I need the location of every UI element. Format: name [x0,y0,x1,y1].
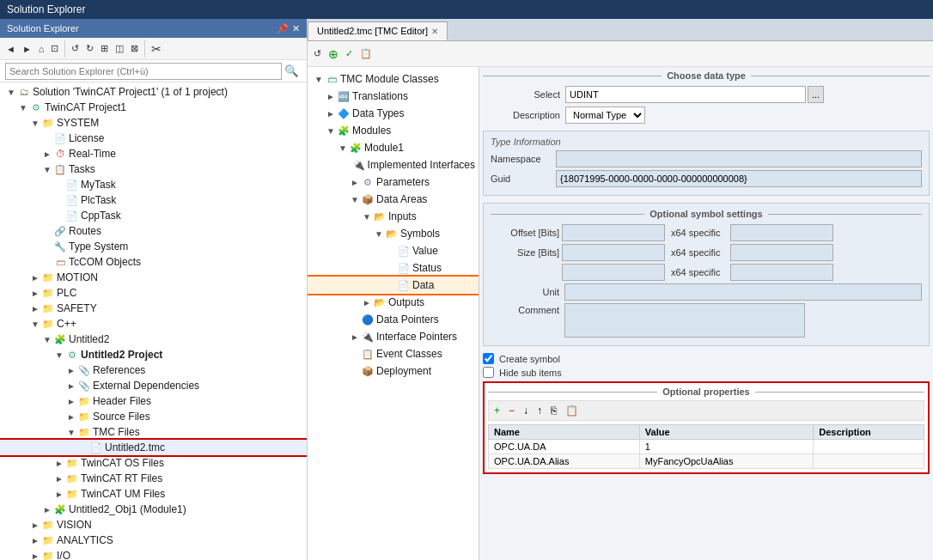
hide-sub-items-label[interactable]: Hide sub items [499,368,562,378]
tree-item-tc-um-files[interactable]: ► 📁 TwinCAT UM Files [0,486,307,502]
namespace-input[interactable] [556,150,922,167]
da-arrow[interactable]: ▼ [349,195,361,204]
move-down-btn[interactable]: ↓ [520,403,532,418]
tmc-item-translations[interactable]: ► 🔤 Translations [308,88,479,105]
untitled2-arrow[interactable]: ▼ [41,335,53,344]
tree-item-mytask[interactable]: 📄 MyTask [0,177,307,192]
tree-item-source-files[interactable]: ► 📁 Source Files [0,409,307,424]
tree-item-plctask[interactable]: 📄 PlcTask [0,192,307,208]
m1-arrow[interactable]: ▼ [337,143,349,153]
tree-item-header-files[interactable]: ► 📁 Header Files [0,393,307,409]
analytics-arrow[interactable]: ► [29,536,41,545]
move-up-btn[interactable]: ↑ [534,403,546,418]
tree-item-motion[interactable]: ► 📁 MOTION [0,270,307,285]
source-files-arrow[interactable]: ► [65,412,77,422]
untitled2-project-arrow[interactable]: ▼ [53,350,65,360]
tmc-item-data[interactable]: 📄 Data [308,277,479,294]
tree-item-system[interactable]: ▼ 📁 SYSTEM [0,115,307,131]
obj-arrow[interactable]: ► [41,505,53,514]
tmc-item-module1[interactable]: ▼ 🧩 Module1 [308,139,479,156]
refresh-btn[interactable]: ↺ [69,41,82,56]
tree-item-routes[interactable]: 🔗 Routes [0,223,307,239]
tmc-item-status[interactable]: 📄 Status [308,259,479,277]
tmc-item-modules[interactable]: ▼ 🧩 Modules [308,122,479,139]
tmc-item-data-types[interactable]: ► 🔷 Data Types [308,105,479,122]
add-prop-btn[interactable]: + [491,403,503,418]
tree-item-vision[interactable]: ► 📁 VISION [0,517,307,533]
show-all-btn[interactable]: ◫ [113,41,126,56]
tc-project-arrow[interactable]: ▼ [17,103,29,113]
tmc-item-outputs[interactable]: ► 📂 Outputs [308,294,479,311]
tree-item-io[interactable]: ► 📁 I/O [0,548,307,560]
tmc-item-data-pointers[interactable]: 🔵 Data Pointers [308,311,479,328]
outputs-arrow[interactable]: ► [361,298,373,307]
offset-bits-input[interactable] [562,224,665,241]
mc-arrow[interactable]: ▼ [313,75,325,84]
tree-item-cpp[interactable]: ▼ 📁 C++ [0,316,307,332]
tc-rt-arrow[interactable]: ► [53,474,65,484]
tc-os-arrow[interactable]: ► [53,459,65,468]
tree-item-realtime[interactable]: ► ⏱ Real-Time [0,146,307,161]
tab-close-btn[interactable]: ✕ [431,27,438,36]
new-folder-btn[interactable]: ⊞ [98,41,111,56]
tc-um-arrow[interactable]: ► [53,490,65,499]
solution-arrow[interactable]: ▼ [5,88,17,97]
tree-item-plc[interactable]: ► 📁 PLC [0,285,307,301]
dt-arrow[interactable]: ► [325,109,337,119]
realtime-arrow[interactable]: ► [41,149,53,159]
back-btn[interactable]: ◄ [3,42,18,56]
tree-item-tasks[interactable]: ▼ 📋 Tasks [0,161,307,177]
tree-item-tc-project[interactable]: ▼ ⚙ TwinCAT Project1 [0,100,307,115]
safety-arrow[interactable]: ► [29,304,41,313]
tree-item-tmc-files[interactable]: ▼ 📁 TMC Files [0,424,307,440]
plc-arrow[interactable]: ► [29,289,41,298]
tmc-copy-btn[interactable]: 📋 [357,46,375,61]
tmc-item-module-classes[interactable]: ▼ 🗃 TMC Module Classes [308,70,479,88]
tmc-refresh-btn[interactable]: ↺ [311,46,324,61]
sync-btn[interactable]: ⊡ [48,41,61,56]
paste-prop-btn[interactable]: 📋 [562,403,582,418]
guid-input[interactable] [556,170,922,187]
io-arrow[interactable]: ► [29,551,41,561]
tmc-item-inputs[interactable]: ▼ 📂 Inputs [308,208,479,225]
cpp-arrow[interactable]: ▼ [29,320,41,329]
tree-item-tc-os-files[interactable]: ► 📁 TwinCAT OS Files [0,455,307,471]
copy-prop-btn[interactable]: ⎘ [547,403,560,418]
if-ptr-arrow[interactable]: ► [349,332,361,342]
modules-arrow[interactable]: ▼ [325,126,337,136]
system-arrow[interactable]: ▼ [29,119,41,128]
tmc-item-event-classes[interactable]: 📋 Event Classes [308,345,479,362]
x64-offset-input[interactable] [730,224,833,241]
params-arrow[interactable]: ► [349,178,361,187]
forward-btn[interactable]: ► [20,42,34,56]
tree-item-untitled2-obj[interactable]: ► 🧩 Untitled2_Obj1 (Module1) [0,502,307,517]
opt-prop-row-2[interactable]: OPC.UA.DA.Alias MyFancyOpcUaAlias [489,454,924,469]
opt-prop-row-1[interactable]: OPC.UA.DA 1 [489,440,924,454]
comment-textarea[interactable] [564,303,805,338]
pin-icon[interactable]: 📌 [277,23,289,34]
tree-item-references[interactable]: ► 📎 References [0,362,307,378]
extra-input[interactable] [562,264,665,281]
tmc-item-if-pointers[interactable]: ► 🔌 Interface Pointers [308,328,479,345]
home-btn[interactable]: ⌂ [36,42,47,56]
description-select[interactable]: Normal Type [565,107,645,124]
tmc-item-symbols[interactable]: ▼ 📂 Symbols [308,225,479,242]
x64-size-input[interactable] [730,244,833,261]
tree-item-analytics[interactable]: ► 📁 ANALYTICS [0,533,307,548]
hide-sub-items-checkbox[interactable] [483,367,494,378]
translations-arrow[interactable]: ► [325,92,337,101]
create-symbol-label[interactable]: Create symbol [499,354,560,364]
tree-item-tc-rt-files[interactable]: ► 📁 TwinCAT RT Files [0,471,307,486]
cut-btn[interactable]: ✂ [149,40,164,58]
properties-btn[interactable]: ⊠ [128,41,141,56]
tmc-add-btn[interactable]: ⊕ [326,46,341,63]
tmc-files-arrow[interactable]: ▼ [65,428,77,437]
tree-item-cpptask[interactable]: 📄 CppTask [0,208,307,223]
search-input[interactable] [5,63,282,80]
select-input[interactable] [565,86,806,103]
tmc-item-deployment[interactable]: 📦 Deployment [308,362,479,380]
tmc-check-btn[interactable]: ✓ [343,46,356,61]
size-bits-input[interactable] [562,244,665,261]
tasks-arrow[interactable]: ▼ [41,165,53,174]
unit-input[interactable] [564,283,922,301]
